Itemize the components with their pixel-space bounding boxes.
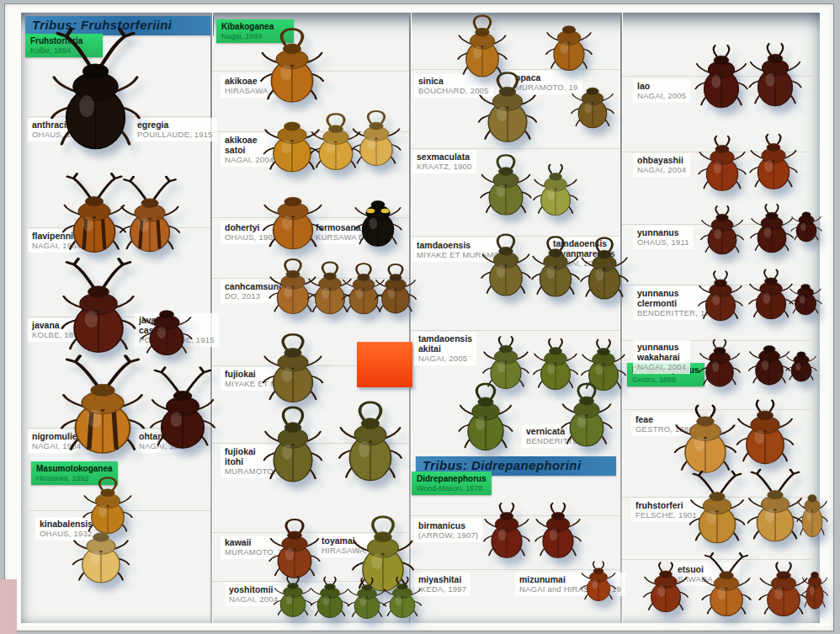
beetle-specimen [70, 508, 132, 587]
beetle-specimen [373, 254, 418, 317]
species-name: tamdaoensis [418, 333, 472, 344]
beetle-specimen [788, 269, 823, 317]
beetle-specimen [272, 566, 314, 620]
beetle-specimen [697, 328, 742, 390]
species-name: ohbayashii [637, 155, 686, 165]
beetle-specimen [261, 392, 325, 487]
beetle-specimen [544, 3, 594, 74]
species-label: sexmaculataKRAATZ, 1900 [412, 150, 476, 173]
species-author: NAGAI, 2004 [229, 594, 278, 605]
species-name: miyashitai [418, 574, 466, 584]
beetle-specimen [57, 349, 148, 459]
beetle-specimen [578, 226, 630, 303]
beetle-specimen [696, 258, 745, 324]
beetle-specimen [478, 143, 534, 219]
beetle-specimen [784, 337, 818, 384]
beetle-specimen [672, 388, 739, 477]
species-author: NAGAI, 2004 [637, 362, 686, 372]
beetle-specimen [559, 371, 614, 450]
collection-drawer-photo: Tribus: Fruhstorferiini Tribus: Didrepan… [0, 0, 840, 634]
species-author: KRAATZ, 1900 [417, 162, 472, 172]
species-name: yunnanus [637, 342, 686, 352]
species-label: yunnanusOHAUS, 1911 [633, 226, 694, 249]
species-name: egregia [137, 120, 213, 130]
beetle-specimen [687, 466, 747, 547]
species-name: lao [637, 81, 686, 91]
species-author: POUILLAUDE, 1915 [137, 130, 213, 140]
species-name: wakaharai [637, 352, 686, 362]
beetle-specimen [58, 253, 139, 358]
beetle-specimen [352, 178, 404, 250]
beetle-specimen [789, 197, 823, 244]
genus-author: Wood-Mason, 1878 [417, 484, 486, 493]
species-author: NAGAI, 2004 [637, 165, 686, 175]
beetle-specimen [258, 14, 327, 107]
beetle-specimen [336, 386, 405, 486]
beetle-specimen [147, 362, 218, 453]
tray-divider [620, 13, 622, 623]
beetle-specimen [309, 567, 351, 621]
beetle-specimen [795, 473, 829, 541]
beetle-specimen [381, 567, 423, 621]
beetle-specimen [800, 553, 829, 612]
species-label: ohbayashiiNAGAI, 2004 [633, 153, 690, 177]
species-author: OHAUS, 1911 [637, 237, 689, 248]
species-label: laoNAGAI, 2005 [633, 79, 690, 103]
beetle-specimen [533, 489, 583, 562]
species-label: tamdaoensisakitaiNAGAI, 2005 [414, 332, 476, 365]
beetle-specimen [696, 122, 748, 194]
beetle-specimen [569, 67, 616, 131]
beetle-specimen [747, 28, 804, 110]
genus-name: Didrepanephorus [417, 474, 486, 484]
beetle-specimen [47, 21, 144, 156]
beetle-specimen [479, 222, 533, 300]
beetle-specimen [481, 489, 532, 562]
beetle-specimen [641, 550, 690, 615]
genus-author: Gestro, 1888 [632, 376, 699, 385]
beetle-specimen [529, 225, 582, 301]
species-label: birmanicus(ARROW, 1907) [414, 519, 482, 542]
species-name: birmanicus [418, 520, 478, 530]
orange-tag [357, 342, 412, 387]
species-author: NAGAI, 2005 [418, 354, 472, 364]
species-label: yunnanuswakaharaiNAGAI, 2004 [633, 340, 690, 374]
species-name: yunnanus [637, 227, 689, 237]
beetle-specimen [693, 29, 750, 112]
beetle-specimen [476, 59, 540, 147]
beetle-specimen [260, 171, 326, 253]
photo-background-corner [0, 579, 17, 634]
beetle-specimen [139, 288, 194, 359]
beetle-specimen [699, 549, 753, 620]
beetle-specimen [531, 152, 580, 219]
species-author: (ARROW, 1907) [418, 530, 478, 541]
beetle-specimen [117, 172, 183, 256]
species-label: egregiaPOUILLAUDE, 1915 [133, 118, 217, 141]
species-author: NAGAI, 2005 [637, 91, 686, 101]
beetle-specimen [747, 120, 800, 193]
species-name: akitai [418, 344, 472, 354]
species-name: sexmaculata [417, 152, 472, 162]
beetle-specimen [456, 370, 515, 455]
beetle-specimen [579, 551, 618, 604]
beetle-specimen [349, 100, 403, 169]
genus-label: DidrepanephorusWood-Mason, 1878 [412, 472, 492, 495]
beetle-specimen [734, 384, 796, 468]
beetle-specimen [748, 192, 795, 256]
species-author: IKEDA, 1997 [418, 584, 466, 594]
species-name: yoshitomii [229, 584, 278, 594]
beetle-specimen [699, 194, 746, 258]
